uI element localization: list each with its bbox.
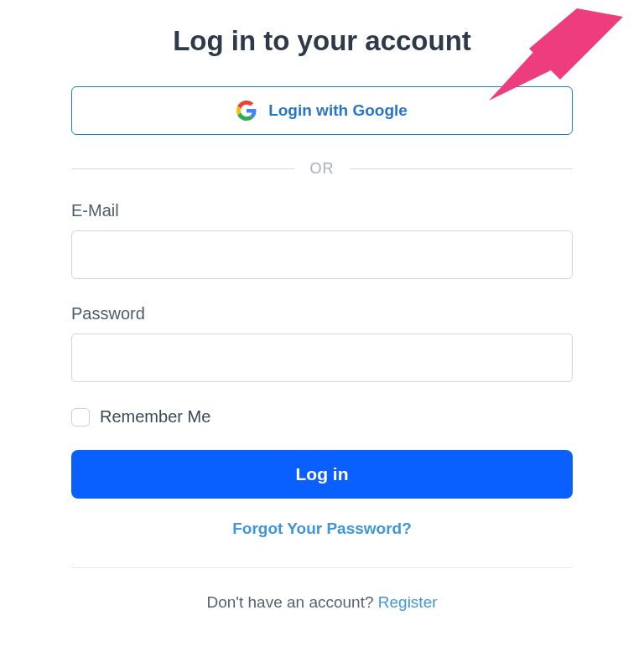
divider-text: OR	[295, 160, 350, 178]
forgot-password-link[interactable]: Forgot Your Password?	[232, 520, 412, 537]
register-link[interactable]: Register	[378, 593, 438, 611]
google-login-button[interactable]: Login with Google	[71, 86, 573, 135]
login-button[interactable]: Log in	[71, 450, 573, 499]
password-label: Password	[71, 304, 573, 323]
email-field[interactable]	[71, 230, 573, 279]
google-icon	[236, 101, 257, 121]
divider: OR	[71, 160, 573, 178]
bottom-divider	[71, 567, 573, 568]
email-label: E-Mail	[71, 201, 573, 220]
google-button-label: Login with Google	[268, 101, 408, 120]
divider-line-left	[71, 168, 295, 169]
register-prompt-text: Don't have an account?	[206, 593, 377, 611]
remember-checkbox[interactable]	[71, 408, 90, 427]
password-field[interactable]	[71, 334, 573, 382]
page-title: Log in to your account	[71, 25, 573, 57]
divider-line-right	[350, 168, 574, 169]
register-prompt: Don't have an account? Register	[71, 593, 573, 612]
remember-label: Remember Me	[100, 407, 210, 427]
